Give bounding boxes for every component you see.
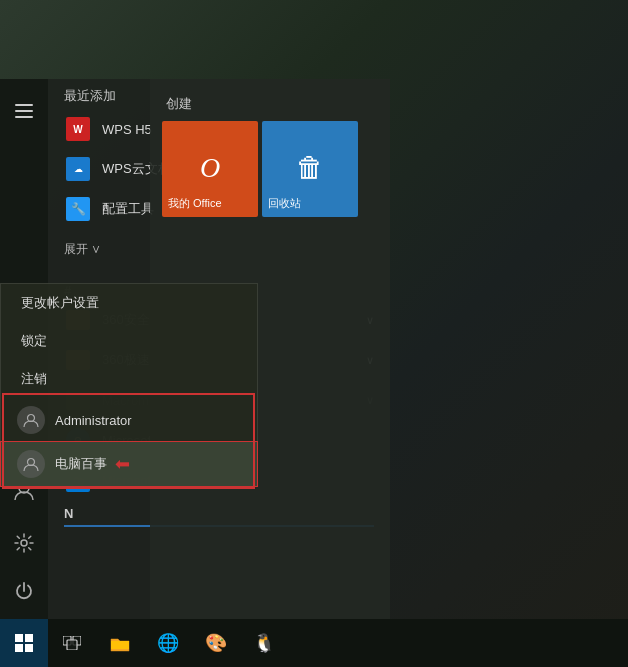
office-icon: O (186, 145, 234, 193)
recycle-tile[interactable]: 🗑 回收站 (262, 121, 358, 217)
user-context-menu: 更改帐户设置 锁定 注销 Administrator 电脑百事 ⬅ (0, 283, 258, 487)
office-tile[interactable]: O 我的 Office (162, 121, 258, 217)
settings-icon[interactable] (0, 519, 48, 567)
svg-text:🗑: 🗑 (296, 152, 324, 183)
svg-point-4 (21, 540, 27, 546)
svg-rect-2 (15, 116, 33, 118)
config-icon: 🔧 (64, 195, 92, 223)
change-account-btn[interactable]: 更改帐户设置 (1, 284, 257, 322)
tiles-grid: O 我的 Office 🗑 回收站 (158, 121, 382, 217)
svg-text:O: O (200, 152, 220, 183)
penguin-button[interactable]: 🐧 (240, 619, 288, 667)
tiles-title: 创建 (158, 87, 382, 121)
pcbaike-account-item[interactable]: 电脑百事 ⬅ (1, 442, 257, 486)
taskbar: 🌐 🎨 🐧 (0, 619, 628, 667)
svg-rect-1 (15, 110, 33, 112)
svg-rect-12 (25, 634, 33, 642)
svg-rect-0 (15, 104, 33, 106)
recycle-tile-label: 回收站 (268, 196, 301, 211)
red-arrow-icon: ⬅ (115, 453, 130, 475)
file-explorer-button[interactable] (96, 619, 144, 667)
office-tile-label: 我的 Office (168, 196, 222, 211)
admin-avatar (17, 406, 45, 434)
svg-rect-13 (15, 644, 23, 652)
svg-rect-17 (67, 640, 77, 650)
power-icon[interactable] (0, 567, 48, 615)
task-view-icon (63, 636, 81, 650)
recycle-icon: 🗑 (286, 145, 334, 193)
logout-btn[interactable]: 注销 (1, 360, 257, 398)
wps-cloud-icon: ☁ (64, 155, 92, 183)
browser-button[interactable]: 🌐 (144, 619, 192, 667)
app-config-label: 配置工具 (102, 200, 154, 218)
task-view-button[interactable] (48, 619, 96, 667)
color-button[interactable]: 🎨 (192, 619, 240, 667)
pcbaike-avatar (17, 450, 45, 478)
admin-account-item[interactable]: Administrator (1, 398, 257, 442)
desktop: 最近添加 W WPS H5 ☁ WPS云文档 🔧 配置工具 (0, 0, 628, 667)
lock-btn[interactable]: 锁定 (1, 322, 257, 360)
wps-h5-icon: W (64, 115, 92, 143)
app-wps-h5-label: WPS H5 (102, 122, 152, 137)
hamburger-icon[interactable] (0, 87, 48, 135)
start-button[interactable] (0, 619, 48, 667)
windows-icon (15, 634, 33, 652)
svg-rect-14 (25, 644, 33, 652)
file-explorer-icon (110, 634, 130, 652)
pcbaike-label: 电脑百事 (55, 455, 107, 473)
svg-rect-11 (15, 634, 23, 642)
expand-label: 展开 ∨ (64, 241, 101, 258)
admin-label: Administrator (55, 413, 132, 428)
